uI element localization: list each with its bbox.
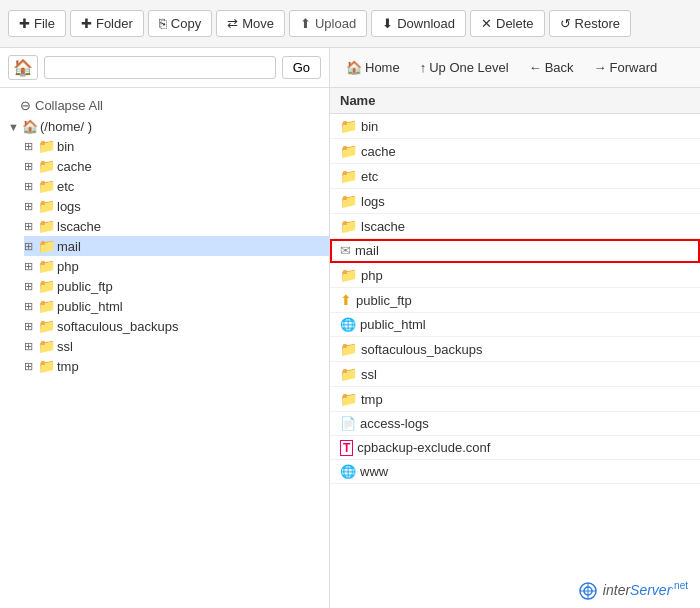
restore-button[interactable]: ↺ Restore: [549, 10, 632, 37]
restore-label: Restore: [575, 16, 621, 31]
file-list: Name 📁bin📁cache📁etc📁logs📁lscache✉mail📁ph…: [330, 88, 700, 608]
up-one-level-button[interactable]: ↑ Up One Level: [412, 56, 517, 79]
move-icon: ⇄: [227, 16, 238, 31]
table-row[interactable]: 📁bin: [330, 114, 700, 139]
table-row[interactable]: 🌐public_html: [330, 313, 700, 337]
folder-icon: 📁: [38, 338, 55, 354]
table-row[interactable]: ✉mail: [330, 239, 700, 263]
plus-icon: ✚: [81, 16, 92, 31]
tree-item-logs[interactable]: ⊞ 📁 logs: [24, 196, 329, 216]
home-button[interactable]: 🏠 Home: [338, 56, 408, 79]
table-row[interactable]: 📁tmp: [330, 387, 700, 412]
file-name: logs: [361, 194, 385, 209]
folder-icon: 📁: [38, 198, 55, 214]
download-label: Download: [397, 16, 455, 31]
back-icon: ←: [529, 60, 542, 75]
table-row[interactable]: 📁logs: [330, 189, 700, 214]
table-row[interactable]: 📁softaculous_backups: [330, 337, 700, 362]
forward-button[interactable]: → Forward: [586, 56, 666, 79]
forward-icon: →: [594, 60, 607, 75]
table-row[interactable]: 📁cache: [330, 139, 700, 164]
table-row[interactable]: Tcpbackup-exclude.conf: [330, 436, 700, 460]
path-input[interactable]: [44, 56, 276, 79]
delete-button[interactable]: ✕ Delete: [470, 10, 545, 37]
table-row[interactable]: 📁lscache: [330, 214, 700, 239]
tree-root-item[interactable]: ▼ 🏠 (/home/ ): [8, 117, 329, 136]
download-button[interactable]: ⬇ Download: [371, 10, 466, 37]
upload-button[interactable]: ⬆ Upload: [289, 10, 367, 37]
nav-bar: 🏠 Home ↑ Up One Level ← Back → Forward: [330, 48, 700, 88]
tree-item-ssl[interactable]: ⊞ 📁 ssl: [24, 336, 329, 356]
name-column-header: Name: [330, 88, 700, 114]
file-tree: ⊖ Collapse All ▼ 🏠 (/home/ ) ⊞ 📁 bin: [0, 88, 329, 608]
go-button[interactable]: Go: [282, 56, 321, 79]
copy-label: Copy: [171, 16, 201, 31]
copy-button[interactable]: ⎘ Copy: [148, 10, 212, 37]
file-name: mail: [355, 243, 379, 258]
folder-icon: 📁: [38, 138, 55, 154]
tree-item-label: lscache: [57, 219, 101, 234]
file-name: www: [360, 464, 388, 479]
right-panel: 🏠 Home ↑ Up One Level ← Back → Forward: [330, 48, 700, 608]
table-row[interactable]: 📁php: [330, 263, 700, 288]
tree-item-php[interactable]: ⊞ 📁 php: [24, 256, 329, 276]
move-button[interactable]: ⇄ Move: [216, 10, 285, 37]
plus-icon: ✚: [19, 16, 30, 31]
tree-item-label: tmp: [57, 359, 79, 374]
main-layout: 🏠 Go ⊖ Collapse All ▼ 🏠 (/home/ ) ⊞: [0, 48, 700, 608]
collapse-all-button[interactable]: ⊖ Collapse All: [0, 94, 329, 117]
table-row[interactable]: 📁ssl: [330, 362, 700, 387]
delete-label: Delete: [496, 16, 534, 31]
logo-server: Server: [630, 582, 671, 598]
folder-icon: 📁: [340, 267, 357, 283]
upload-label: Upload: [315, 16, 356, 31]
back-label: Back: [545, 60, 574, 75]
tree-item-label: etc: [57, 179, 74, 194]
file-icon: 📄: [340, 416, 356, 431]
folder-icon: 📁: [38, 178, 55, 194]
table-row[interactable]: ⬆public_ftp: [330, 288, 700, 313]
delete-icon: ✕: [481, 16, 492, 31]
file-name: softaculous_backups: [361, 342, 482, 357]
folder-icon: 📁: [340, 143, 357, 159]
tree-item-label: cache: [57, 159, 92, 174]
globe-icon: 🌐: [340, 317, 356, 332]
folder-button[interactable]: ✚ Folder: [70, 10, 144, 37]
table-row[interactable]: 📁etc: [330, 164, 700, 189]
logo: interServer.net: [579, 580, 688, 600]
right-wrapper: 🏠 Home ↑ Up One Level ← Back → Forward: [330, 48, 700, 608]
tree-item-lscache[interactable]: ⊞ 📁 lscache: [24, 216, 329, 236]
tree-item-softaculous[interactable]: ⊞ 📁 softaculous_backups: [24, 316, 329, 336]
tree-item-public-html[interactable]: ⊞ 📁 public_html: [24, 296, 329, 316]
tree-item-tmp[interactable]: ⊞ 📁 tmp: [24, 356, 329, 376]
tree-item-cache[interactable]: ⊞ 📁 cache: [24, 156, 329, 176]
tree-item-label: php: [57, 259, 79, 274]
home-icon: 🏠: [346, 60, 362, 75]
tree-item-etc[interactable]: ⊞ 📁 etc: [24, 176, 329, 196]
copy-icon: ⎘: [159, 16, 167, 31]
folder-icon: 📁: [340, 341, 357, 357]
table-row[interactable]: 🌐www: [330, 460, 700, 484]
home-nav-button[interactable]: 🏠: [8, 55, 38, 80]
up-icon: ↑: [420, 60, 427, 75]
back-button[interactable]: ← Back: [521, 56, 582, 79]
folder-icon: 📁: [38, 238, 55, 254]
tree-item-label: bin: [57, 139, 74, 154]
file-name: lscache: [361, 219, 405, 234]
file-name: tmp: [361, 392, 383, 407]
tree-item-bin[interactable]: ⊞ 📁 bin: [24, 136, 329, 156]
tree-item-label: logs: [57, 199, 81, 214]
special-folder-icon: ⬆: [340, 292, 352, 308]
toolbar: ✚ File ✚ Folder ⎘ Copy ⇄ Move ⬆ Upload ⬇…: [0, 0, 700, 48]
mail-icon: ✉: [340, 243, 351, 258]
folder-icon: 📁: [340, 391, 357, 407]
file-name: ssl: [361, 367, 377, 382]
folder-icon: 📁: [38, 278, 55, 294]
tree-item-mail[interactable]: ⊞ 📁 mail: [24, 236, 329, 256]
file-button[interactable]: ✚ File: [8, 10, 66, 37]
folder-icon: 📁: [38, 298, 55, 314]
tree-item-public-ftp[interactable]: ⊞ 📁 public_ftp: [24, 276, 329, 296]
collapse-all-label: Collapse All: [35, 98, 103, 113]
folder-label: Folder: [96, 16, 133, 31]
table-row[interactable]: 📄access-logs: [330, 412, 700, 436]
